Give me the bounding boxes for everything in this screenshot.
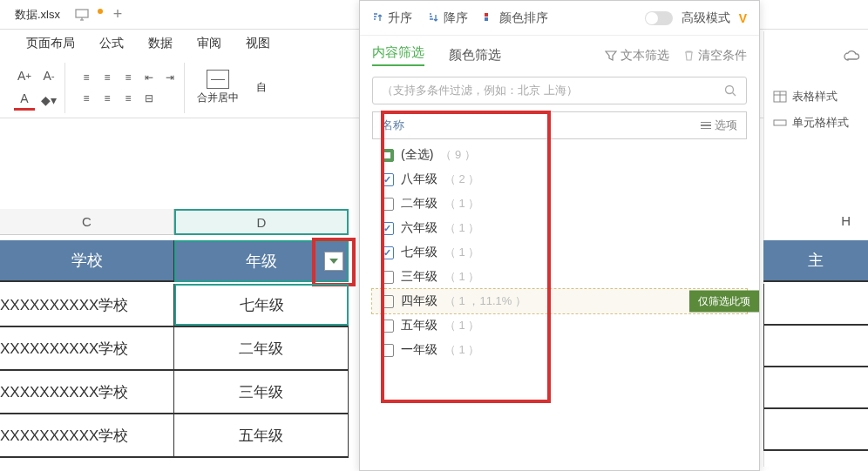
table-row[interactable]: XXXXXXXXXX学校 七年级 [0,284,349,327]
sort-toolbar: 升序 降序 颜色排序 高级模式 V [360,1,759,36]
table-row[interactable]: XXXXXXXXXX学校 三年级 [0,371,349,414]
ribbon-tab[interactable]: 审阅 [197,36,221,51]
file-tab-label: 数据.xlsx [15,7,60,23]
merge-center-icon [207,70,229,89]
align-right-icon[interactable]: ≡ [119,90,137,107]
search-placeholder: （支持多条件过滤，例如：北京 上海） [382,83,578,98]
tab-content-filter[interactable]: 内容筛选 [372,44,424,66]
svg-rect-3 [485,13,488,17]
data-rows: XXXXXXXXXX学校 七年级 XXXXXXXXXX学校 二年级 XXXXXX… [0,284,349,458]
table-style-button[interactable]: 表格样式 [773,84,859,110]
align-left-icon[interactable]: ≡ [78,90,95,107]
table-header-row: 学校 年级 [0,240,349,282]
sort-asc-icon [372,12,384,24]
highlight-box-names [381,111,551,403]
right-data-rows [763,284,868,451]
filter-search-input[interactable]: （支持多条件过滤，例如：北京 上海） [372,77,747,104]
cloud-icon[interactable] [844,50,861,63]
svg-rect-4 [485,17,488,21]
table-cell[interactable] [763,367,868,409]
cell-style-button[interactable]: 单元格样式 [773,110,859,136]
monitor-icon[interactable] [75,9,89,21]
sort-desc-icon [428,12,440,24]
color-sort-icon [484,12,496,24]
merge-icon[interactable]: ⊟ [140,90,158,107]
table-cell[interactable] [763,284,868,326]
fill-color-icon[interactable]: ◆▾ [38,90,59,111]
indent-right-icon[interactable]: ⇥ [161,69,179,86]
table-row[interactable]: XXXXXXXXXX学校 二年级 [0,327,349,371]
col-header-h[interactable]: H [841,213,851,228]
th-grade-label: 年级 [246,251,277,272]
tab-color-filter[interactable]: 颜色筛选 [449,47,501,64]
svg-line-6 [733,92,736,96]
list-options-icon[interactable] [701,122,711,130]
th-school-label: 学校 [71,250,103,271]
options-label[interactable]: 选项 [715,118,737,133]
table-cell[interactable] [763,409,868,451]
cell-grade: 三年级 [174,371,349,413]
vip-badge-icon: V [739,11,747,25]
th-school[interactable]: 学校 [0,240,174,282]
table-style-icon [773,91,787,103]
table-style-label: 表格样式 [792,89,837,104]
cell-school: XXXXXXXXXX学校 [0,284,174,326]
ribbon-tab[interactable]: 数据 [148,36,173,51]
ribbon-tab[interactable]: 公式 [99,36,124,51]
table-cell[interactable] [763,326,868,367]
font-color-icon[interactable]: A [14,90,35,111]
right-table-header: 主 [763,240,868,282]
align-middle-icon[interactable]: ≡ [98,69,116,86]
align-bottom-icon[interactable]: ≡ [119,69,137,86]
auto-button[interactable]: 自 [251,80,272,95]
advanced-label: 高级模式 [682,10,730,26]
cell-school: XXXXXXXXXX学校 [0,327,174,369]
auto-label: 自 [256,80,267,95]
th-note[interactable]: 主 [763,240,868,282]
svg-point-5 [726,85,734,93]
cell-style-icon [773,117,787,129]
decrease-font-icon[interactable]: A- [38,65,59,86]
cell-grade: 五年级 [174,414,349,456]
col-header-d[interactable]: D [174,209,349,235]
sort-desc-button[interactable]: 降序 [428,10,468,26]
cell-school: XXXXXXXXXX学校 [0,371,174,413]
color-sort-button[interactable]: 颜色排序 [484,10,548,26]
align-group: ≡ ≡ ≡ ⇤ ⇥ ≡ ≡ ≡ ⊟ [72,63,185,113]
column-headers: C D [0,209,349,235]
svg-rect-10 [774,120,786,125]
funnel-icon [605,50,617,62]
table-row[interactable]: XXXXXXXXXX学校 五年级 [0,414,349,458]
search-icon [724,84,737,98]
filter-only-this-button[interactable]: 仅筛选此项 [689,291,759,313]
merge-center-button[interactable]: 合并居中 [192,70,244,105]
align-center-icon[interactable]: ≡ [98,90,116,107]
sort-asc-button[interactable]: 升序 [372,10,412,26]
clear-filter-button[interactable]: 清空条件 [683,48,747,64]
ribbon-tab[interactable]: 视图 [246,36,270,51]
align-top-icon[interactable]: ≡ [78,69,95,86]
indent-left-icon[interactable]: ⇤ [140,69,158,86]
merge-center-label: 合并居中 [197,91,239,105]
filter-type-tabs: 内容筛选 颜色筛选 文本筛选 清空条件 [360,36,759,71]
increase-font-icon[interactable]: A+ [14,65,35,86]
new-tab-button[interactable]: + [103,5,132,24]
highlight-box-filter [312,238,356,286]
tab-icons-group [75,9,103,21]
ribbon-tab[interactable]: 页面布局 [26,36,75,51]
svg-rect-0 [76,10,88,17]
col-header-c[interactable]: C [0,209,174,235]
trash-icon [683,50,695,61]
cell-style-label: 单元格样式 [792,115,849,131]
font-size-group: A+ A- A ◆▾ [9,63,65,113]
cell-school: XXXXXXXXXX学校 [0,414,174,456]
file-tab[interactable]: 数据.xlsx [4,3,71,26]
cell-grade: 二年级 [174,327,349,369]
text-filter-button[interactable]: 文本筛选 [605,48,669,64]
cell-grade: 七年级 [174,284,349,326]
advanced-toggle[interactable] [645,11,673,25]
